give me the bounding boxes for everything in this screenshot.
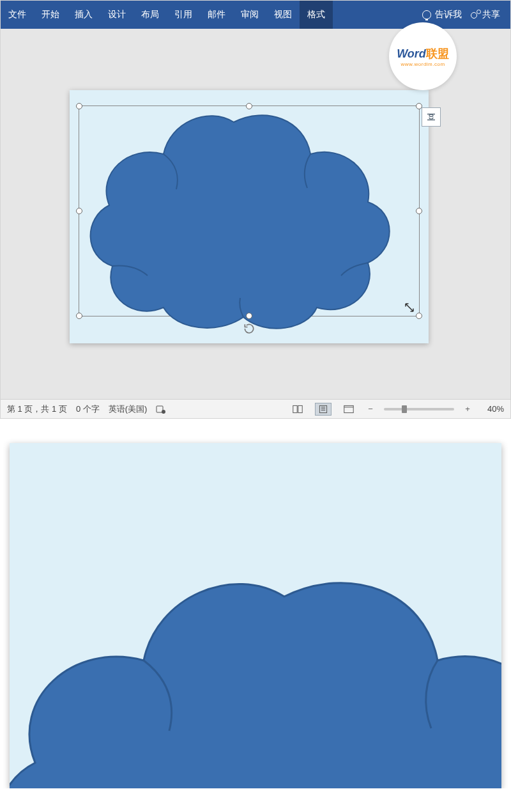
zoom-in-button[interactable]: + (463, 404, 472, 414)
rotate-handle[interactable] (243, 322, 256, 335)
page (70, 90, 429, 343)
watermark-badge: Word联盟 www.wordlm.com (389, 22, 457, 90)
resize-handle-se[interactable] (416, 313, 422, 319)
resize-handle-s[interactable] (246, 313, 252, 319)
cloud-shape-large (10, 552, 501, 788)
view-web-layout[interactable] (340, 403, 357, 416)
tab-review[interactable]: 审阅 (233, 1, 266, 29)
status-words[interactable]: 0 个字 (76, 403, 100, 415)
tab-format[interactable]: 格式 (300, 1, 333, 29)
tab-mailings[interactable]: 邮件 (200, 1, 233, 29)
tab-layout[interactable]: 布局 (133, 1, 167, 29)
svg-rect-2 (293, 405, 297, 412)
watermark-subtitle: www.wordlm.com (400, 61, 445, 67)
tab-home[interactable]: 开始 (34, 1, 67, 29)
zoom-slider-thumb[interactable] (402, 405, 407, 413)
tell-me-button[interactable]: 告诉我 (422, 9, 462, 20)
status-page[interactable]: 第 1 页，共 1 页 (7, 403, 67, 415)
zoom-out-button[interactable]: − (366, 404, 375, 414)
status-bar: 第 1 页，共 1 页 0 个字 英语(美国) − + 40% (1, 399, 510, 418)
status-language[interactable]: 英语(美国) (109, 403, 148, 415)
share-button[interactable]: 共享 (471, 9, 500, 20)
tab-references[interactable]: 引用 (167, 1, 200, 29)
zoom-percentage[interactable]: 40% (481, 404, 504, 414)
view-print-layout[interactable] (315, 403, 332, 416)
shape-selection-box[interactable] (79, 105, 420, 316)
tab-file[interactable]: 文件 (1, 1, 34, 29)
enlarged-preview (10, 443, 501, 788)
resize-cursor-icon (404, 302, 415, 313)
svg-rect-8 (344, 405, 353, 412)
resize-handle-nw[interactable] (76, 103, 82, 109)
tab-design[interactable]: 设计 (100, 1, 133, 29)
resize-handle-n[interactable] (246, 103, 252, 109)
resize-handle-e[interactable] (416, 208, 422, 214)
share-icon (471, 10, 480, 19)
layout-options-button[interactable] (422, 107, 441, 127)
view-read-mode[interactable] (289, 403, 306, 416)
watermark-title: Word联盟 (397, 46, 449, 61)
tab-insert[interactable]: 插入 (67, 1, 100, 29)
macro-record-icon[interactable] (156, 404, 166, 414)
tab-view[interactable]: 视图 (266, 1, 300, 29)
tell-me-label: 告诉我 (435, 9, 462, 20)
word-window: 文件 开始 插入 设计 布局 引用 邮件 审阅 视图 格式 告诉我 共享 Wor… (0, 0, 511, 419)
resize-handle-sw[interactable] (76, 313, 82, 319)
lightbulb-icon (422, 10, 431, 19)
zoom-slider[interactable] (384, 408, 454, 410)
share-label: 共享 (482, 9, 500, 20)
svg-point-1 (162, 410, 165, 414)
resize-handle-w[interactable] (76, 208, 82, 214)
svg-rect-3 (298, 405, 302, 412)
svg-rect-4 (319, 405, 326, 412)
